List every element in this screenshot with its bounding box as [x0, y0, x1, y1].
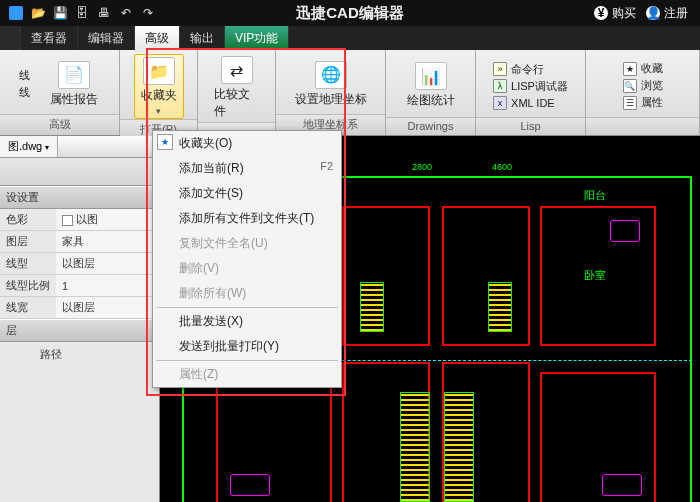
group-label: [586, 117, 699, 135]
menu-item: 删除所有(W): [153, 281, 341, 306]
tab-output[interactable]: 输出: [180, 26, 225, 50]
table-row[interactable]: 线型比例1: [0, 275, 159, 297]
xml-ide-button[interactable]: xXML IDE: [493, 96, 568, 110]
separator: [156, 307, 338, 308]
fav-shortcut[interactable]: ★收藏: [623, 61, 663, 76]
group-favorites: 📁收藏夹▾ 打开(P): [120, 50, 198, 135]
favorites-button[interactable]: 📁收藏夹▾: [134, 54, 184, 119]
menu-item[interactable]: 添加当前(R)F2: [153, 156, 341, 181]
compare-icon: ⇄: [221, 56, 253, 84]
cmdline-button[interactable]: »命令行: [493, 62, 568, 77]
props-shortcut[interactable]: ☰属性: [623, 95, 663, 110]
group-label: Lisp: [476, 117, 585, 135]
menu-item: 删除(V): [153, 256, 341, 281]
document-icon: 📄: [58, 61, 90, 89]
app-icon: [8, 5, 24, 21]
ribbon-tabs: 查看器 编辑器 高级 输出 VIP功能: [0, 26, 700, 50]
group-compare: ⇄比较文件: [198, 50, 276, 135]
register-button[interactable]: 👤注册: [646, 5, 688, 22]
menu-item[interactable]: ★收藏夹(O): [153, 131, 341, 156]
lisp-debugger-button[interactable]: λLISP调试器: [493, 79, 568, 94]
group-extras: ★收藏 🔍浏览 ☰属性: [586, 50, 700, 135]
table-row[interactable]: 线宽以图层: [0, 297, 159, 319]
geo-button[interactable]: 🌐设置地理坐标: [289, 59, 373, 110]
panel-layer-header: 层: [0, 319, 159, 342]
group-drawings: 📊绘图统计 Drawings: [386, 50, 476, 135]
line-tool2[interactable]: 线: [19, 85, 30, 100]
menu-item[interactable]: 添加所有文件到文件夹(T): [153, 206, 341, 231]
menu-item[interactable]: 添加文件(S): [153, 181, 341, 206]
keyboard-shortcut: F2: [320, 160, 333, 177]
tab-viewer[interactable]: 查看器: [21, 26, 78, 50]
tab-advanced[interactable]: 高级: [135, 26, 180, 50]
group-lisp: »命令行 λLISP调试器 xXML IDE Lisp: [476, 50, 586, 135]
quick-access-toolbar: 📂 💾 🗄 🖶 ↶ ↷: [0, 5, 156, 21]
folder-star-icon: 📁: [143, 57, 175, 85]
doc-tabs: 图.dwg ▾: [0, 136, 159, 158]
group-advanced: 线线 📄属性报告 高级: [0, 50, 120, 135]
work-area: 图.dwg ▾ 设设置 色彩以图 图层家具 线型以图层 线型比例1 线宽以图层 …: [0, 136, 700, 502]
table-row[interactable]: 图层家具: [0, 231, 159, 253]
group-label: Drawings: [386, 117, 475, 135]
undo-icon[interactable]: ↶: [118, 5, 134, 21]
attr-report-button[interactable]: 📄属性报告: [44, 59, 104, 110]
panel-settings-header: 设设置: [0, 186, 159, 209]
svg-rect-0: [9, 6, 23, 20]
save-icon[interactable]: 💾: [52, 5, 68, 21]
properties-table: 色彩以图 图层家具 线型以图层 线型比例1 线宽以图层: [0, 209, 159, 319]
table-row[interactable]: 色彩以图: [0, 209, 159, 231]
menu-item: 属性(Z): [153, 362, 341, 387]
save-all-icon[interactable]: 🗄: [74, 5, 90, 21]
path-label: 路径: [0, 342, 159, 367]
favorites-dropdown: ★收藏夹(O)添加当前(R)F2添加文件(S)添加所有文件到文件夹(T)复制文件…: [152, 130, 342, 388]
doc-tab[interactable]: 图.dwg ▾: [0, 136, 58, 157]
checkbox[interactable]: [62, 215, 73, 226]
separator: [156, 360, 338, 361]
globe-grid-icon: 🌐: [315, 61, 347, 89]
menu-item[interactable]: 批量发送(X): [153, 309, 341, 334]
print-icon[interactable]: 🖶: [96, 5, 112, 21]
chart-icon: 📊: [415, 62, 447, 90]
app-title: 迅捷CAD编辑器: [296, 4, 404, 23]
menu-item[interactable]: 发送到批量打印(Y): [153, 334, 341, 359]
group-label: 高级: [0, 114, 119, 135]
chevron-down-icon: ▾: [156, 106, 161, 116]
ribbon: 线线 📄属性报告 高级 📁收藏夹▾ 打开(P) ⇄比较文件 🌐设置地理坐标 地理…: [0, 50, 700, 136]
menu-item: 复制文件全名(U): [153, 231, 341, 256]
buy-button[interactable]: ¥购买: [594, 5, 636, 22]
redo-icon[interactable]: ↷: [140, 5, 156, 21]
open-icon[interactable]: 📂: [30, 5, 46, 21]
folder-star-icon: ★: [157, 134, 173, 150]
left-panel: 图.dwg ▾ 设设置 色彩以图 图层家具 线型以图层 线型比例1 线宽以图层 …: [0, 136, 160, 502]
tab-vip[interactable]: VIP功能: [225, 26, 289, 50]
stats-button[interactable]: 📊绘图统计: [401, 60, 461, 111]
compare-button[interactable]: ⇄比较文件: [208, 54, 265, 122]
tab-file[interactable]: [0, 26, 21, 50]
chevron-down-icon: ▾: [45, 143, 49, 152]
group-geo: 🌐设置地理坐标 地理坐标系: [276, 50, 386, 135]
table-row[interactable]: 线型以图层: [0, 253, 159, 275]
title-bar: 📂 💾 🗄 🖶 ↶ ↷ 迅捷CAD编辑器 ¥购买 👤注册: [0, 0, 700, 26]
tab-editor[interactable]: 编辑器: [78, 26, 135, 50]
line-tool1[interactable]: 线: [19, 68, 30, 83]
browse-shortcut[interactable]: 🔍浏览: [623, 78, 663, 93]
